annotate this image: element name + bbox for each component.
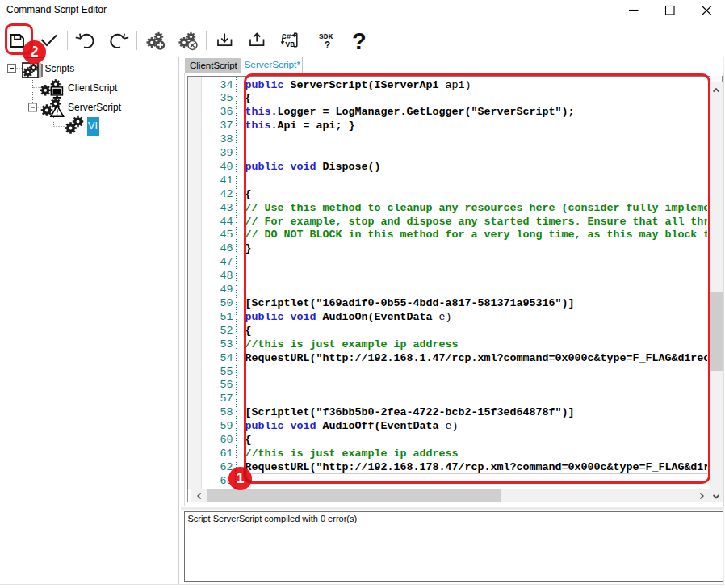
svg-text:C#: C# (282, 32, 291, 41)
svg-text:?: ? (352, 28, 367, 54)
svg-text:?: ? (325, 40, 330, 52)
svg-text:VB: VB (286, 40, 295, 49)
